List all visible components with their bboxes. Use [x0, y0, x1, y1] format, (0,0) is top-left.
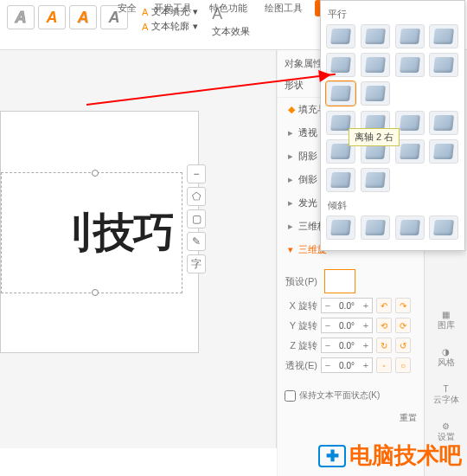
- y-rot-spinner[interactable]: −0.0°+: [321, 318, 373, 333]
- x-rot-spinner[interactable]: −0.0°+: [321, 298, 373, 313]
- watermark-icon: ✚: [318, 445, 346, 467]
- preset-oblique-1[interactable]: [326, 215, 355, 240]
- z-rot-label: Z 旋转: [285, 339, 317, 352]
- keep-flat-label: 保持文本平面状态(K): [299, 389, 380, 402]
- preset-tooltip: 离轴 2 右: [349, 128, 400, 146]
- collapse-button[interactable]: −: [187, 164, 206, 183]
- style-preset-1[interactable]: A: [7, 5, 35, 29]
- keep-flat-checkbox[interactable]: [285, 390, 296, 402]
- tab-security[interactable]: 安全: [112, 0, 142, 16]
- persp-spinner[interactable]: −0.0°+: [321, 357, 373, 373]
- z-ccw-icon[interactable]: ↺: [395, 338, 411, 353]
- preset-parallel-6[interactable]: [361, 53, 390, 77]
- z-cw-icon[interactable]: ↻: [376, 338, 392, 353]
- preset-parallel-2[interactable]: [361, 24, 390, 48]
- preset-persp-4[interactable]: [429, 111, 458, 135]
- font-tab[interactable]: T云字体: [433, 384, 459, 406]
- persp-wide-icon[interactable]: ○: [395, 357, 411, 373]
- preset-persp-8[interactable]: [429, 139, 458, 164]
- y-rot-label: Y 旋转: [285, 319, 317, 332]
- tab-draw[interactable]: 绘图工具: [259, 0, 308, 16]
- preset-parallel-1[interactable]: [326, 24, 355, 48]
- slide: 刂技巧 − ⬠ ▢ ✎ 字: [0, 111, 199, 353]
- persp-label: 透视(E): [285, 359, 317, 372]
- persp-narrow-icon[interactable]: ◦: [376, 357, 392, 373]
- preset-oblique-2[interactable]: [361, 215, 390, 240]
- preset-oblique-4[interactable]: [429, 215, 458, 240]
- y-up-icon[interactable]: ⟲: [376, 318, 392, 333]
- y-down-icon[interactable]: ⟳: [395, 318, 411, 333]
- tool-text-icon[interactable]: 字: [187, 254, 206, 273]
- group-parallel-label: 平行: [326, 6, 459, 24]
- tab-dev[interactable]: 开发工具: [149, 0, 197, 16]
- slide-canvas[interactable]: 刂技巧 − ⬠ ▢ ✎ 字: [0, 50, 277, 448]
- style-tab[interactable]: ◑风格: [438, 347, 455, 369]
- preset-oblique-3[interactable]: [395, 215, 425, 240]
- tab-feature[interactable]: 特色功能: [204, 0, 253, 16]
- selected-textbox[interactable]: 刂技巧 − ⬠ ▢ ✎ 字: [1, 172, 182, 293]
- textbox-content: 刂技巧: [54, 205, 173, 261]
- preset-popup: 平行 倾斜: [320, 0, 465, 251]
- group-oblique-label: 倾斜: [326, 197, 459, 215]
- reset-link[interactable]: 重置: [400, 412, 417, 424]
- x-left-icon[interactable]: ↶: [376, 298, 392, 313]
- preset-parallel-7[interactable]: [395, 53, 425, 77]
- x-rot-label: X 旋转: [285, 299, 317, 312]
- preset-persp-10[interactable]: [361, 168, 390, 192]
- x-right-icon[interactable]: ↷: [395, 298, 411, 313]
- watermark: ✚ 电脑技术吧: [318, 441, 462, 471]
- preset-parallel-3[interactable]: [395, 24, 425, 48]
- gallery-tab[interactable]: ▦图库: [438, 310, 455, 331]
- tool-copy-icon[interactable]: ▢: [187, 209, 206, 228]
- tool-edit-icon[interactable]: ✎: [187, 232, 206, 251]
- style-preset-3[interactable]: A: [69, 5, 97, 29]
- style-preset-2[interactable]: A: [38, 5, 66, 29]
- tool-shape-icon[interactable]: ⬠: [187, 187, 206, 206]
- text-effect-label: 文本效果: [212, 25, 250, 38]
- preset-parallel-4[interactable]: [429, 24, 458, 48]
- preset-label: 预设(P): [285, 275, 317, 288]
- preset-parallel-8[interactable]: [429, 53, 458, 77]
- z-rot-spinner[interactable]: −0.0°+: [321, 338, 373, 353]
- preset-parallel-9[interactable]: [326, 81, 355, 106]
- text-outline-button[interactable]: A文本轮廓 ▾: [142, 20, 198, 33]
- preset-persp-9[interactable]: [326, 168, 355, 192]
- preset-dropdown[interactable]: [324, 269, 355, 293]
- preset-parallel-10[interactable]: [361, 81, 390, 106]
